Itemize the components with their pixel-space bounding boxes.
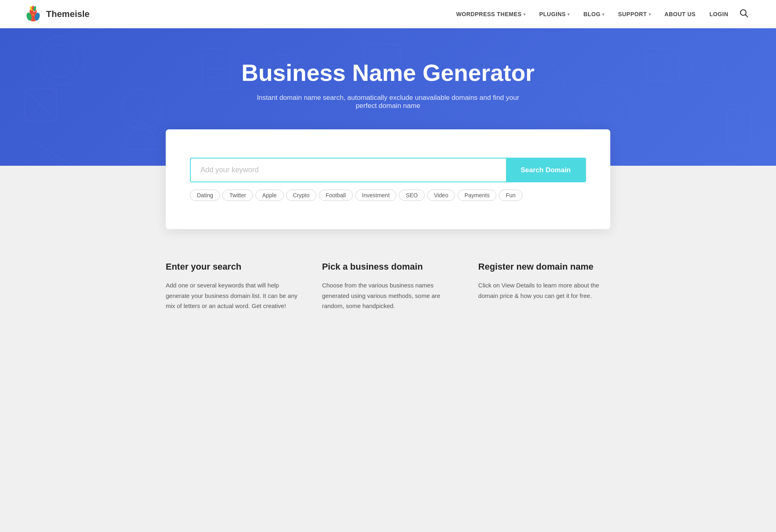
svg-point-32: [691, 53, 723, 85]
svg-rect-15: [24, 89, 57, 121]
keyword-tag[interactable]: Apple: [255, 190, 284, 201]
chevron-down-icon: ▾: [567, 12, 570, 17]
feature-card-2: Register new domain name Click on View D…: [478, 262, 610, 311]
chevron-down-icon: ▾: [649, 12, 651, 17]
svg-point-14: [44, 44, 77, 77]
chevron-down-icon: ▾: [523, 12, 526, 17]
keyword-tag[interactable]: Payments: [458, 190, 496, 201]
keyword-tag[interactable]: Dating: [190, 190, 220, 201]
logo[interactable]: Themeisle: [24, 5, 90, 23]
keyword-tag[interactable]: Video: [427, 190, 455, 201]
svg-line-16: [24, 89, 57, 121]
keyword-tag[interactable]: SEO: [399, 190, 425, 201]
main-nav: WORDPRESS THEMES ▾ PLUGINS ▾ BLOG ▾ SUPP…: [451, 6, 752, 23]
search-card-wrapper: Search Domain DatingTwitterAppleCryptoFo…: [0, 129, 776, 229]
feature-card-title: Pick a business domain: [322, 262, 454, 272]
svg-point-18: [121, 89, 162, 129]
feature-card-1: Pick a business domain Choose from the v…: [322, 262, 454, 311]
search-card: Search Domain DatingTwitterAppleCryptoFo…: [166, 129, 610, 229]
feature-card-text: Add one or several keywords that will he…: [166, 280, 298, 311]
search-row: Search Domain: [190, 158, 586, 182]
features-grid: Enter your search Add one or several key…: [166, 262, 610, 311]
chevron-down-icon: ▾: [602, 12, 605, 17]
keyword-tags: DatingTwitterAppleCryptoFootballInvestme…: [190, 190, 586, 201]
hero-subtitle: Instant domain name search, automaticall…: [247, 94, 529, 110]
search-input[interactable]: [191, 158, 506, 182]
svg-line-17: [24, 89, 57, 121]
header: Themeisle WORDPRESS THEMES ▾ PLUGINS ▾ B…: [0, 0, 776, 28]
nav-plugins[interactable]: PLUGINS ▾: [534, 8, 575, 21]
svg-rect-20: [202, 49, 230, 89]
feature-card-text: Click on View Details to learn more abou…: [478, 280, 610, 301]
feature-card-title: Enter your search: [166, 262, 298, 272]
keyword-tag[interactable]: Crypto: [286, 190, 316, 201]
nav-login[interactable]: LOGIN: [704, 8, 734, 21]
keyword-tag[interactable]: Fun: [499, 190, 522, 201]
logo-icon: [24, 5, 42, 23]
nav-wordpress-themes[interactable]: WORDPRESS THEMES ▾: [451, 8, 531, 21]
logo-text: Themeisle: [46, 9, 90, 19]
svg-point-13: [36, 36, 85, 85]
keyword-tag[interactable]: Twitter: [222, 190, 253, 201]
keyword-tag[interactable]: Football: [319, 190, 353, 201]
feature-card-text: Choose from the various business names g…: [322, 280, 454, 311]
features-section: Enter your search Add one or several key…: [0, 229, 776, 344]
svg-point-30: [582, 85, 630, 133]
search-icon[interactable]: [736, 6, 752, 23]
nav-about-us[interactable]: ABOUT US: [659, 8, 701, 21]
hero-title: Business Name Generator: [241, 60, 534, 86]
feature-card-0: Enter your search Add one or several key…: [166, 262, 298, 311]
svg-line-12: [745, 15, 748, 17]
search-domain-button[interactable]: Search Domain: [506, 158, 585, 182]
feature-card-title: Register new domain name: [478, 262, 610, 272]
nav-support[interactable]: SUPPORT ▾: [612, 8, 656, 21]
nav-blog[interactable]: BLOG ▾: [578, 8, 610, 21]
keyword-tag[interactable]: Investment: [355, 190, 396, 201]
svg-rect-31: [647, 49, 679, 81]
